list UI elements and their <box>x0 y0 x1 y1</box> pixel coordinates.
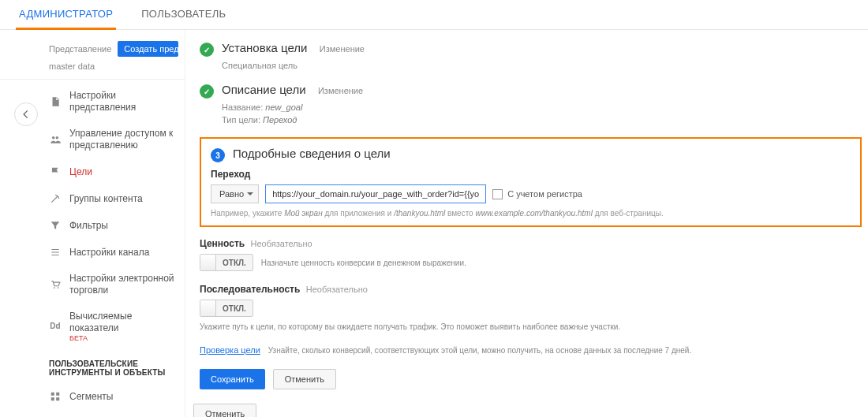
sidebar-item-annotations[interactable]: Заметки <box>49 410 185 417</box>
step-3-title: Подробные сведения о цели <box>233 147 391 160</box>
tab-admin[interactable]: АДМИНИСТРАТОР <box>16 3 116 30</box>
create-view-button[interactable]: Создать представл... <box>118 41 178 57</box>
svg-point-1 <box>56 136 59 140</box>
cancel-button[interactable]: Отменить <box>273 369 336 389</box>
case-sensitive-label: С учетом регистра <box>507 189 582 199</box>
cancel-all-button[interactable]: Отменить <box>193 404 256 417</box>
step-2: ✓ Описание цели Изменение <box>200 83 868 99</box>
view-label: Представление <box>49 44 111 54</box>
back-button[interactable] <box>14 102 38 126</box>
step-3-number-badge: 3 <box>211 148 225 162</box>
sidebar-section-title: ПОЛЬЗОВАТЕЛЬСКИЕ ИНСТРУМЕНТЫ И ОБЪЕКТЫ <box>49 350 185 383</box>
sidebar-item-label: Сегменты <box>69 391 113 403</box>
svg-point-3 <box>58 287 59 289</box>
destination-label: Переход <box>211 169 851 180</box>
sidebar-item-view-settings[interactable]: Настройки представления <box>49 83 185 121</box>
value-label: Ценность <box>200 238 245 249</box>
sidebar-item-channel-settings[interactable]: Настройки канала <box>49 239 185 266</box>
top-tabs: АДМИНИСТРАТОР ПОЛЬЗОВАТЕЛЬ <box>0 0 868 30</box>
value-optional: Необязательно <box>251 239 312 248</box>
destination-hint: Например, укажите Мой экран для приложен… <box>211 208 851 219</box>
value-section: Ценность Необязательно ОТКЛ. Назначьте ц… <box>200 238 868 271</box>
step-1-subtitle: Специальная цель <box>222 60 868 72</box>
funnel-section: Последовательность Необязательно ОТКЛ. У… <box>200 284 868 333</box>
arrow-left-icon <box>21 109 32 120</box>
save-button[interactable]: Сохранить <box>200 369 265 389</box>
sidebar-item-label: Вычисляемые показатели <box>69 311 178 334</box>
beta-badge: БЕТА <box>69 334 178 343</box>
svg-rect-5 <box>56 393 59 396</box>
verify-text: Узнайте, сколько конверсий, соответствую… <box>268 345 691 356</box>
sidebar-item-segments[interactable]: Сегменты <box>49 383 185 410</box>
flag-icon <box>49 166 62 178</box>
sidebar-item-content-grouping[interactable]: Группы контента <box>49 185 185 212</box>
cart-icon <box>49 278 62 291</box>
destination-url-input[interactable] <box>265 184 486 203</box>
funnel-toggle[interactable]: ОТКЛ. <box>200 300 253 317</box>
document-icon <box>49 95 62 108</box>
main-content: ✓ Установка цели Изменение Специальная ц… <box>185 30 868 417</box>
funnel-desc: Укажите путь к цели, по которому вы ожид… <box>200 322 868 333</box>
pickaxe-icon <box>49 192 62 205</box>
step-2-subtitle: Название: new_goal Тип цели: Переход <box>222 102 868 126</box>
step-2-edit-link[interactable]: Изменение <box>318 86 363 95</box>
filter-icon <box>49 219 62 232</box>
verify-section: Проверка цели Узнайте, сколько конверсий… <box>200 345 868 356</box>
segments-icon <box>49 390 62 403</box>
list-icon <box>49 246 62 259</box>
check-icon: ✓ <box>200 43 214 57</box>
case-sensitive-checkbox[interactable] <box>492 189 503 199</box>
sidebar-item-label: Настройки электронной торговли <box>69 273 178 296</box>
sidebar-item-label: Фильтры <box>69 220 108 232</box>
verify-goal-link[interactable]: Проверка цели <box>200 345 260 355</box>
sidebar-item-calculated-metrics[interactable]: Dd Вычисляемые показатели БЕТА <box>49 303 185 350</box>
value-toggle[interactable]: ОТКЛ. <box>200 254 253 271</box>
svg-point-0 <box>52 136 55 140</box>
match-type-select[interactable]: Равно <box>211 184 259 203</box>
svg-rect-4 <box>51 393 54 396</box>
sidebar-item-label: Группы контента <box>69 193 143 205</box>
sidebar: Представление Создать представл... maste… <box>0 30 185 417</box>
sidebar-item-ecommerce-settings[interactable]: Настройки электронной торговли <box>49 266 185 303</box>
check-icon: ✓ <box>200 84 214 99</box>
sidebar-item-label: Настройки канала <box>69 247 149 259</box>
funnel-label: Последовательность <box>200 284 300 295</box>
tab-user[interactable]: ПОЛЬЗОВАТЕЛЬ <box>138 3 229 29</box>
sidebar-item-label: Цели <box>69 166 92 178</box>
svg-rect-6 <box>51 397 54 400</box>
step-1-title: Установка цели <box>222 41 307 54</box>
sidebar-item-label: Настройки представления <box>69 90 178 114</box>
users-icon <box>49 133 62 146</box>
view-name: master data <box>0 60 185 80</box>
sidebar-item-label: Управление доступом к представлению <box>69 128 178 151</box>
sidebar-item-user-management[interactable]: Управление доступом к представлению <box>49 121 185 158</box>
funnel-optional: Необязательно <box>306 285 368 294</box>
step-1-edit-link[interactable]: Изменение <box>320 44 365 54</box>
step-2-title: Описание цели <box>222 83 306 96</box>
svg-point-2 <box>54 287 55 289</box>
sidebar-item-filters[interactable]: Фильтры <box>49 212 185 239</box>
svg-rect-7 <box>56 397 59 400</box>
value-desc: Назначьте ценность конверсии в денежном … <box>261 259 466 267</box>
step-1: ✓ Установка цели Изменение <box>200 41 868 57</box>
sidebar-item-goals[interactable]: Цели <box>49 158 185 185</box>
goal-details-highlight: 3 Подробные сведения о цели Переход Равн… <box>200 137 862 227</box>
dd-icon: Dd <box>49 321 62 333</box>
